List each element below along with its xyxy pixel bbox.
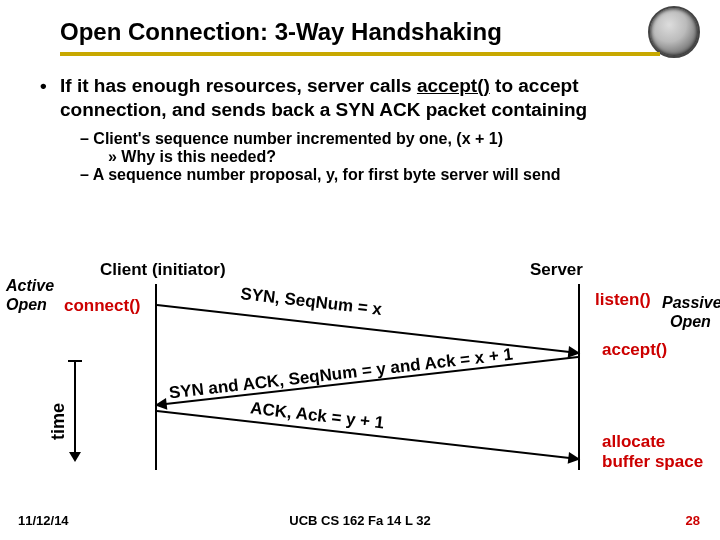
connect-call: connect() — [64, 296, 141, 316]
bullet-text-a: If it has enough resources, server calls — [60, 75, 417, 96]
sub-bullet-b: – A sequence number proposal, y, for fir… — [40, 166, 690, 184]
client-timeline — [155, 284, 157, 470]
accept-underlined: accept() — [417, 75, 490, 96]
time-arrow-icon — [74, 360, 76, 460]
sub-bullet-a: – Client's sequence number incremented b… — [40, 130, 690, 148]
client-label: Client (initiator) — [100, 260, 226, 280]
handshake-diagram: Client (initiator) Server Active Open co… — [0, 260, 720, 490]
active-open-a: Active — [6, 277, 54, 295]
footer-course: UCB CS 162 Fa 14 L 32 — [0, 513, 720, 528]
server-label: Server — [530, 260, 583, 280]
listen-call: listen() — [595, 290, 651, 310]
title-rule — [60, 52, 660, 56]
accept-call: accept() — [602, 340, 667, 360]
passive-open-b: Open — [670, 313, 711, 331]
bullet-main: • If it has enough resources, server cal… — [40, 74, 690, 122]
passive-open-a: Passive — [662, 294, 720, 312]
allocate-b: buffer space — [602, 452, 703, 472]
active-open-b: Open — [6, 296, 47, 314]
allocate-a: allocate — [602, 432, 665, 452]
msg-syn: SYN, SeqNum = x — [239, 284, 383, 320]
server-timeline — [578, 284, 580, 470]
footer-page-number: 28 — [686, 513, 700, 528]
msg-synack: SYN and ACK, SeqNum = y and Ack = x + 1 — [168, 344, 514, 403]
slide-title: Open Connection: 3-Way Handshaking — [60, 18, 680, 46]
sub-sub-bullet: » Why is this needed? — [40, 148, 690, 166]
time-label: time — [48, 403, 69, 440]
